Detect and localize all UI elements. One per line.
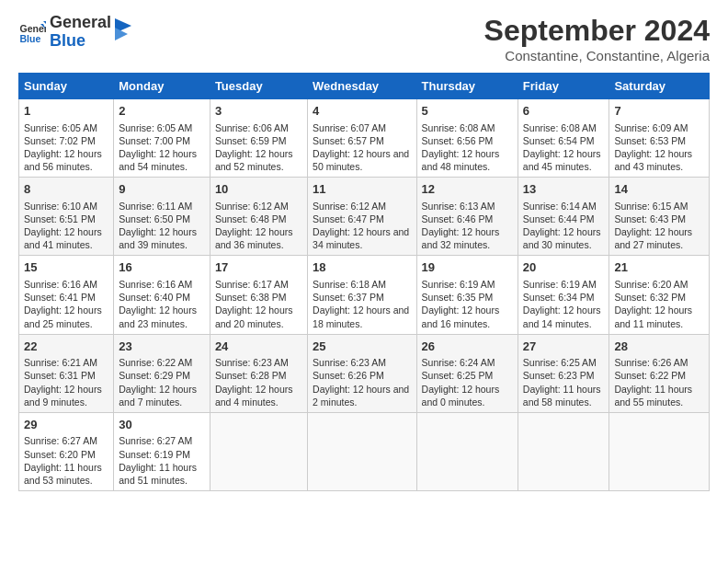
table-row: 3Sunrise: 6:06 AMSunset: 6:59 PMDaylight… xyxy=(210,99,307,178)
col-thursday: Thursday xyxy=(416,74,518,99)
table-row: 19Sunrise: 6:19 AMSunset: 6:35 PMDayligh… xyxy=(416,256,518,334)
table-row xyxy=(609,412,710,490)
table-row: 9Sunrise: 6:11 AMSunset: 6:50 PMDaylight… xyxy=(114,178,210,256)
table-row: 11Sunrise: 6:12 AMSunset: 6:47 PMDayligh… xyxy=(308,178,416,256)
col-wednesday: Wednesday xyxy=(308,74,416,99)
table-row: 18Sunrise: 6:18 AMSunset: 6:37 PMDayligh… xyxy=(308,256,416,334)
calendar-week-0: 1Sunrise: 6:05 AMSunset: 7:02 PMDaylight… xyxy=(19,99,710,178)
table-row: 13Sunrise: 6:14 AMSunset: 6:44 PMDayligh… xyxy=(518,178,609,256)
table-row: 2Sunrise: 6:05 AMSunset: 7:00 PMDaylight… xyxy=(114,99,210,178)
table-row: 24Sunrise: 6:23 AMSunset: 6:28 PMDayligh… xyxy=(210,334,307,412)
page-container: General Blue General Blue September 2024… xyxy=(0,0,728,505)
logo-line2: Blue xyxy=(50,32,111,51)
table-row: 14Sunrise: 6:15 AMSunset: 6:43 PMDayligh… xyxy=(609,178,710,256)
table-row: 7Sunrise: 6:09 AMSunset: 6:53 PMDaylight… xyxy=(609,99,710,178)
table-row xyxy=(416,412,518,490)
calendar-week-4: 29Sunrise: 6:27 AMSunset: 6:20 PMDayligh… xyxy=(19,412,710,490)
calendar-week-3: 22Sunrise: 6:21 AMSunset: 6:31 PMDayligh… xyxy=(19,334,710,412)
calendar-table: Sunday Monday Tuesday Wednesday Thursday… xyxy=(18,73,710,491)
logo-flag-icon xyxy=(115,18,133,46)
table-row xyxy=(210,412,307,490)
table-row: 29Sunrise: 6:27 AMSunset: 6:20 PMDayligh… xyxy=(19,412,114,490)
table-row xyxy=(308,412,416,490)
col-friday: Friday xyxy=(518,74,609,99)
table-row: 25Sunrise: 6:23 AMSunset: 6:26 PMDayligh… xyxy=(308,334,416,412)
table-row: 15Sunrise: 6:16 AMSunset: 6:41 PMDayligh… xyxy=(19,256,114,334)
svg-text:Blue: Blue xyxy=(20,32,41,43)
logo-line1: General xyxy=(50,14,111,32)
table-row: 5Sunrise: 6:08 AMSunset: 6:56 PMDaylight… xyxy=(416,99,518,178)
calendar-header: Sunday Monday Tuesday Wednesday Thursday… xyxy=(19,74,710,99)
logo: General Blue General Blue xyxy=(18,14,133,51)
calendar-week-1: 8Sunrise: 6:10 AMSunset: 6:51 PMDaylight… xyxy=(19,178,710,256)
subtitle: Constantine, Constantine, Algeria xyxy=(484,48,710,63)
calendar-week-2: 15Sunrise: 6:16 AMSunset: 6:41 PMDayligh… xyxy=(19,256,710,334)
title-section: September 2024 Constantine, Constantine,… xyxy=(484,14,710,63)
logo-text-block: General Blue xyxy=(50,14,111,51)
table-row: 1Sunrise: 6:05 AMSunset: 7:02 PMDaylight… xyxy=(19,99,114,178)
table-row: 22Sunrise: 6:21 AMSunset: 6:31 PMDayligh… xyxy=(19,334,114,412)
table-row: 12Sunrise: 6:13 AMSunset: 6:46 PMDayligh… xyxy=(416,178,518,256)
col-tuesday: Tuesday xyxy=(210,74,307,99)
table-row: 20Sunrise: 6:19 AMSunset: 6:34 PMDayligh… xyxy=(518,256,609,334)
table-row: 10Sunrise: 6:12 AMSunset: 6:48 PMDayligh… xyxy=(210,178,307,256)
col-saturday: Saturday xyxy=(609,74,710,99)
calendar-body: 1Sunrise: 6:05 AMSunset: 7:02 PMDaylight… xyxy=(19,99,710,491)
table-row: 17Sunrise: 6:17 AMSunset: 6:38 PMDayligh… xyxy=(210,256,307,334)
table-row: 30Sunrise: 6:27 AMSunset: 6:19 PMDayligh… xyxy=(114,412,210,490)
table-row: 4Sunrise: 6:07 AMSunset: 6:57 PMDaylight… xyxy=(308,99,416,178)
table-row: 27Sunrise: 6:25 AMSunset: 6:23 PMDayligh… xyxy=(518,334,609,412)
table-row xyxy=(518,412,609,490)
table-row: 8Sunrise: 6:10 AMSunset: 6:51 PMDaylight… xyxy=(19,178,114,256)
table-row: 16Sunrise: 6:16 AMSunset: 6:40 PMDayligh… xyxy=(114,256,210,334)
logo-icon: General Blue xyxy=(18,18,46,46)
table-row: 26Sunrise: 6:24 AMSunset: 6:25 PMDayligh… xyxy=(416,334,518,412)
col-monday: Monday xyxy=(114,74,210,99)
header-row: Sunday Monday Tuesday Wednesday Thursday… xyxy=(19,74,710,99)
table-row: 6Sunrise: 6:08 AMSunset: 6:54 PMDaylight… xyxy=(518,99,609,178)
table-row: 21Sunrise: 6:20 AMSunset: 6:32 PMDayligh… xyxy=(609,256,710,334)
table-row: 28Sunrise: 6:26 AMSunset: 6:22 PMDayligh… xyxy=(609,334,710,412)
col-sunday: Sunday xyxy=(19,74,114,99)
main-title: September 2024 xyxy=(484,14,710,48)
table-row: 23Sunrise: 6:22 AMSunset: 6:29 PMDayligh… xyxy=(114,334,210,412)
header: General Blue General Blue September 2024… xyxy=(18,14,710,63)
